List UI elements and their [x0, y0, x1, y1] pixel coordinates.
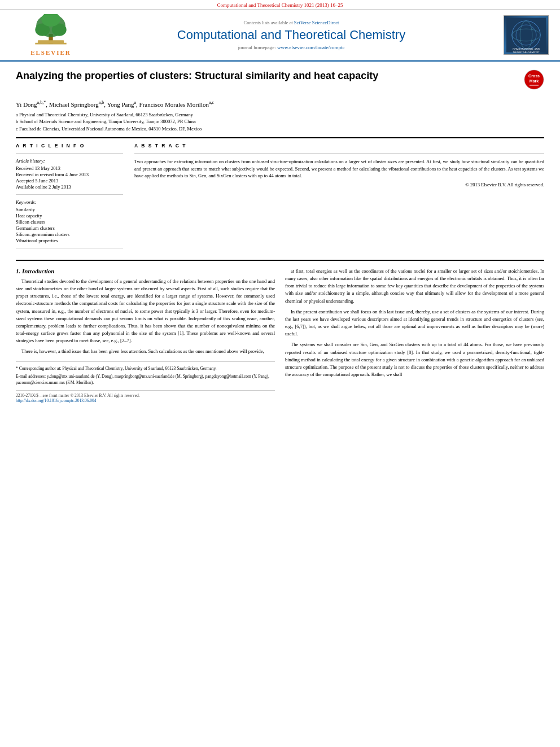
journal-header-right: COMPUTATIONAL AND THEORETICAL CHEMISTRY [492, 15, 549, 55]
svg-rect-7 [506, 18, 546, 52]
body-columns: 1. Introduction Theoretical studies devo… [16, 268, 544, 403]
affiliation-c: c Facultad de Ciencias, Universidad Naci… [16, 125, 544, 133]
elsevier-tree-icon [28, 14, 73, 48]
right-para2: In the present contribution we shall foc… [285, 308, 544, 338]
keyword-5: Silicon–germanium clusters [16, 231, 123, 237]
journal-citation: Computational and Theoretical Chemistry … [217, 2, 343, 8]
right-para1: at first, total energies as well as the … [285, 268, 544, 305]
abstract-col: A B S T R A C T Two approaches for extra… [134, 143, 544, 253]
svg-rect-6 [38, 40, 64, 43]
history-revised: Received in revised form 4 June 2013 [16, 172, 123, 177]
divider-info-bot [16, 248, 123, 248]
abstract-label: A B S T R A C T [134, 143, 544, 148]
history-available: Available online 2 July 2013 [16, 184, 123, 190]
affiliations: a Physical and Theoretical Chemistry, Un… [16, 111, 544, 133]
divider-abstract-top [134, 153, 544, 154]
body-right-col: at first, total energies as well as the … [285, 268, 544, 403]
affil-sup-ac: a,c [209, 100, 214, 105]
affil-sup-a: a,b, [37, 100, 44, 105]
keyword-1: Similarity [16, 207, 123, 212]
doi-line: http://dx.doi.org/10.1016/j.comptc.2013.… [16, 398, 275, 403]
body-para2: There is, however, a third issue that ha… [16, 348, 275, 355]
section1-title: 1. Introduction [16, 268, 275, 274]
svg-text:Cross: Cross [528, 74, 540, 78]
svg-text:COMPUTATIONAL AND: COMPUTATIONAL AND [513, 48, 540, 51]
keyword-3: Silicon clusters [16, 219, 123, 225]
copyright-line: © 2013 Elsevier B.V. All rights reserved… [134, 182, 544, 187]
journal-title-main: Computational and Theoretical Chemistry [90, 28, 492, 42]
journal-header: ELSEVIER Contents lists available at Sci… [0, 10, 560, 62]
article-content: Analyzing the properties of clusters: St… [0, 62, 560, 411]
article-title: Analyzing the properties of clusters: St… [16, 69, 518, 82]
keyword-2: Heat capacity [16, 213, 123, 219]
divider-thick [16, 137, 544, 138]
author-pang: Yong Pang [107, 101, 134, 108]
right-para3: The systems we shall consider are Sin, G… [285, 341, 544, 378]
footnote-area: * Corresponding author at: Physical and … [16, 361, 275, 386]
journal-bar: Computational and Theoretical Chemistry … [0, 0, 560, 10]
author-springborg: Michael Springborg [49, 101, 99, 108]
authors-line: Yi Donga,b,*, Michael Springborga,b, Yon… [16, 100, 544, 108]
doi-link[interactable]: http://dx.doi.org/10.1016/j.comptc.2013.… [16, 398, 97, 403]
sciverse-link[interactable]: SciVerse ScienceDirect [294, 20, 339, 25]
bottom-bar: 2210-271X/$ – see front matter © 2013 El… [16, 390, 275, 403]
affil-sup-a2: a [134, 100, 137, 105]
sciverse-line: Contents lists available at SciVerse Sci… [90, 20, 492, 25]
keywords-label: Keywords: [16, 199, 123, 205]
history-label: Article history: [16, 158, 123, 164]
author-morillon: Francisco Morales Morillon [139, 101, 209, 108]
affiliation-b: b School of Materials Science and Engine… [16, 118, 544, 125]
body-left-col: 1. Introduction Theoretical studies devo… [16, 268, 275, 403]
body-para1: Theoretical studies devoted to the devel… [16, 278, 275, 345]
history-accepted: Accepted 5 June 2013 [16, 178, 123, 184]
article-meta-row: A R T I C L E I N F O Article history: R… [16, 143, 544, 253]
svg-text:THEORETICAL CHEMISTRY: THEORETICAL CHEMISTRY [513, 51, 540, 54]
journal-header-center: Contents lists available at SciVerse Sci… [90, 20, 492, 50]
divider-info-top [16, 153, 123, 154]
author-yi-dong: Yi Dong [16, 101, 37, 108]
journal-cover-image: COMPUTATIONAL AND THEORETICAL CHEMISTRY [504, 15, 549, 55]
article-info-col: A R T I C L E I N F O Article history: R… [16, 143, 123, 253]
divider-body-top [16, 260, 544, 261]
elsevier-logo-area: ELSEVIER [11, 14, 90, 56]
elsevier-logo: ELSEVIER [11, 14, 90, 56]
abstract-text: Two approaches for extracting informatio… [134, 158, 544, 180]
article-title-section: Analyzing the properties of clusters: St… [16, 69, 544, 94]
footnote-emails: E-mail addresses: y.dong@mx.uni-saarland… [16, 373, 275, 386]
article-info-label: A R T I C L E I N F O [16, 143, 123, 148]
issn-line: 2210-271X/$ – see front matter © 2013 El… [16, 393, 275, 398]
history-received: Received 13 May 2013 [16, 165, 123, 171]
affiliation-a: a Physical and Theoretical Chemistry, Un… [16, 111, 544, 119]
body-right-text: at first, total energies as well as the … [285, 268, 544, 378]
divider-info-mid [16, 194, 123, 195]
journal-homepage: journal homepage: www.elsevier.com/locat… [90, 45, 492, 50]
affil-sup-ab: a,b [99, 100, 104, 105]
crossmark-badge: Cross Mark [524, 69, 544, 90]
footnote-corresponding: * Corresponding author at: Physical and … [16, 365, 275, 372]
body-left-text: Theoretical studies devoted to the devel… [16, 278, 275, 356]
keyword-6: Vibrational properties [16, 238, 123, 243]
keyword-4: Germanium clusters [16, 225, 123, 231]
svg-text:Mark: Mark [530, 79, 539, 83]
elsevier-wordmark: ELSEVIER [30, 49, 71, 56]
